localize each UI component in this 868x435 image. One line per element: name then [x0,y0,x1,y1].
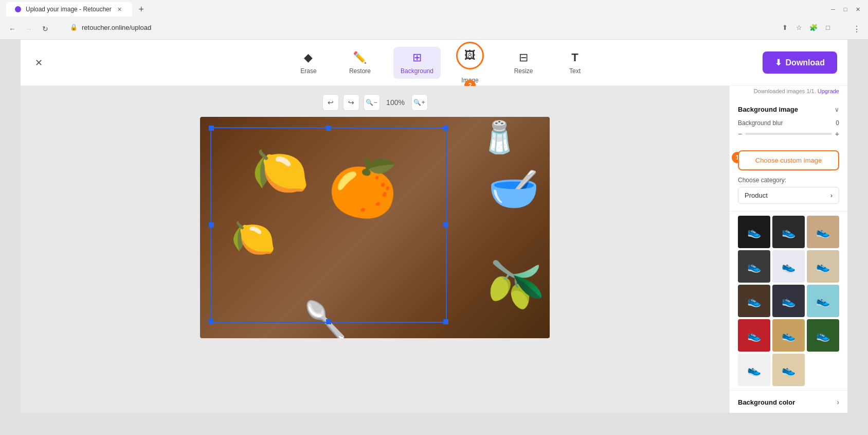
url-display[interactable]: retoucher.online/upload [82,24,775,31]
background-image-header[interactable]: Background image ∨ [738,106,839,113]
background-color-title: Background color [738,398,795,406]
bookmark-icon[interactable]: ☆ [794,22,804,32]
thumbnail-1[interactable] [738,216,770,248]
background-image-section: Background image ∨ Background blur 0 − + [730,98,847,212]
image-tool[interactable]: 🖼 [456,42,484,69]
tab-bar: Upload your image - Retoucher ✕ + ─ □ ✕ [6,1,862,18]
category-dropdown[interactable]: Product › [738,187,839,204]
close-window-button[interactable]: ✕ [854,5,862,13]
resize-label: Resize [514,67,533,75]
thumbnail-13[interactable] [738,354,770,386]
category-value: Product [745,192,768,199]
thumbnail-6[interactable] [807,250,839,283]
restore-label: Restore [349,67,371,75]
handle-top-right[interactable] [443,126,448,131]
zoom-in-button[interactable]: 🔍+ [411,94,428,111]
title-bar: Upload your image - Retoucher ✕ + ─ □ ✕ [0,0,868,19]
handle-bottom-right[interactable] [443,319,448,324]
resize-tool[interactable]: ⊟ Resize [505,47,541,79]
lock-icon: 🔒 [70,24,78,31]
new-tab-button[interactable]: + [134,2,149,16]
forward-button[interactable]: → [23,23,35,35]
upgrade-link[interactable]: Upgrade [818,88,839,94]
right-panel: Downloaded images 1/1. Upgrade Backgroun… [729,86,847,413]
tool-group: ◆ Erase ✏️ Restore ⊞ Background 🖼 Image … [291,42,593,84]
erase-tool[interactable]: ◆ Erase [291,47,327,79]
blur-decrease-button[interactable]: − [738,130,742,138]
svg-point-0 [15,6,21,12]
toolbar: ✕ ◆ Erase ✏️ Restore ⊞ Background 🖼 [21,40,847,86]
background-color-section[interactable]: Background color › [730,390,847,413]
thumbnail-10[interactable] [738,319,770,352]
restore-icon: ✏️ [353,51,367,64]
image-canvas: 🍋 🍋 🍊 🧂 🥣 🫒 🥄 [200,117,550,338]
image-tool-wrapper: 🖼 Image 2 [456,42,484,84]
download-button[interactable]: ⬇ Download [763,51,837,74]
app-container: ✕ ◆ Erase ✏️ Restore ⊞ Background 🖼 [21,40,847,413]
thumbnail-5[interactable] [772,250,805,283]
background-image-title: Background image [738,106,798,113]
close-editor-button[interactable]: ✕ [31,55,46,71]
extension-icon[interactable]: 🧩 [808,22,819,32]
choose-custom-image-button[interactable]: Choose custom image [738,150,839,170]
category-arrow: › [830,192,833,199]
text-label: Text [569,67,581,75]
blur-slider[interactable] [745,133,832,135]
tab-close-button[interactable]: ✕ [116,5,124,13]
thumbnail-9[interactable] [807,285,839,317]
sidebar-icon[interactable]: □ [823,22,833,32]
category-label: Choose category: [738,177,839,184]
undo-button[interactable]: ↩ [322,94,339,111]
minimize-button[interactable]: ─ [829,5,837,13]
download-info: Downloaded images 1/1. Upgrade [730,86,847,98]
thumbnail-3[interactable] [807,216,839,248]
tab-title: Upload your image - Retoucher [26,6,112,13]
share-icon[interactable]: ⬆ [780,22,790,32]
background-image-chevron: ∨ [835,106,839,113]
thumbnail-8[interactable] [772,285,805,317]
erase-icon: ◆ [304,51,313,64]
restore-tool[interactable]: ✏️ Restore [342,47,378,79]
download-label: Download [786,58,825,67]
zoom-out-button[interactable]: 🔍− [364,94,380,111]
resize-icon: ⊟ [519,51,528,64]
handle-bottom-left[interactable] [209,319,214,324]
blur-control: Background blur 0 − + [738,119,839,138]
thumbnail-12[interactable] [807,319,839,352]
download-count: Downloaded images 1/1. [754,88,816,94]
handle-top-left[interactable] [209,126,214,131]
browser-chrome: Upload your image - Retoucher ✕ + ─ □ ✕ … [0,0,868,40]
redo-button[interactable]: ↪ [343,94,359,111]
erase-label: Erase [300,67,316,75]
zoom-controls: ↩ ↪ 🔍− 100% 🔍+ [322,94,428,111]
canvas-area: ↩ ↪ 🔍− 100% 🔍+ 🍋 🍋 🍊 🧂 🥣 🫒 � [21,86,729,413]
thumbnail-7[interactable] [738,285,770,317]
active-tab[interactable]: Upload your image - Retoucher ✕ [6,2,132,16]
blur-label: Background blur [738,119,783,127]
zoom-level: 100% [384,98,407,107]
thumbnail-4[interactable] [738,250,770,283]
handle-middle-left[interactable] [209,222,214,228]
more-options-icon[interactable]: ⋮ [852,24,862,34]
background-tool[interactable]: ⊞ Background [393,47,441,79]
blur-value: 0 [836,119,839,127]
thumbnail-grid [730,212,847,390]
text-tool[interactable]: T Text [557,47,593,79]
background-label: Background [401,67,433,75]
handle-top-middle[interactable] [326,126,331,131]
main-content: ↩ ↪ 🔍− 100% 🔍+ 🍋 🍋 🍊 🧂 🥣 🫒 � [21,86,847,413]
thumbnail-11[interactable] [772,319,805,352]
back-button[interactable]: ← [6,23,19,35]
blur-increase-button[interactable]: + [835,130,839,138]
image-icon: 🖼 [464,49,476,62]
background-icon: ⊞ [412,51,422,64]
maximize-button[interactable]: □ [841,5,849,13]
background-color-arrow: › [837,398,839,406]
text-icon: T [571,51,578,64]
reload-button[interactable]: ↻ [39,23,51,35]
download-icon: ⬇ [775,58,782,67]
handle-middle-right[interactable] [443,222,448,228]
thumbnail-14[interactable] [772,354,805,386]
thumbnail-2[interactable] [772,216,805,248]
